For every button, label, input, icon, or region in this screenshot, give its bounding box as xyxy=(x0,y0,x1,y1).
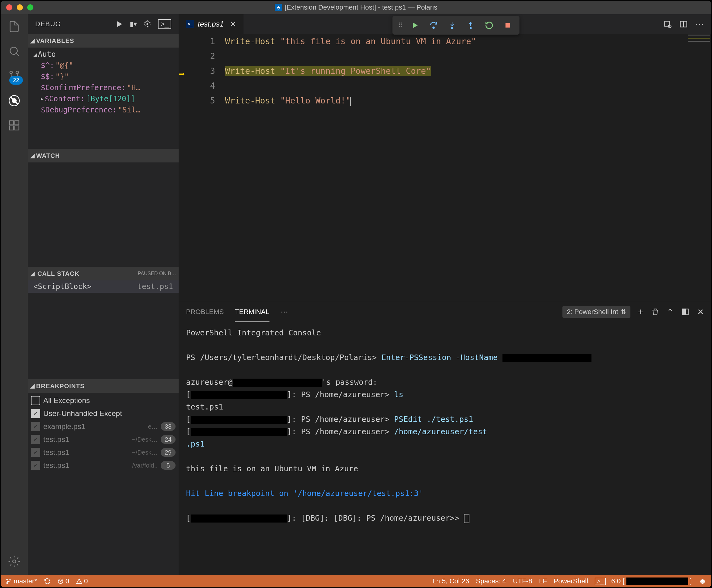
bottom-panel: PROBLEMS TERMINAL ⋯ 2: PowerShell Int⇅ +… xyxy=(179,302,711,575)
more-actions-icon[interactable]: ⋯ xyxy=(695,19,704,29)
tab-test-ps1[interactable]: >_ test.ps1 ✕ xyxy=(179,14,244,34)
step-into-button[interactable] xyxy=(444,18,460,33)
step-out-button[interactable] xyxy=(463,18,479,33)
window-title: ⬘ [Extension Development Host] - test.ps… xyxy=(275,3,437,12)
cursor-position[interactable]: Ln 5, Col 26 xyxy=(432,577,469,585)
errors-count[interactable]: 0 xyxy=(58,577,69,585)
language-mode[interactable]: PowerShell xyxy=(554,577,588,585)
settings-gear-icon[interactable] xyxy=(7,554,22,569)
svg-rect-9 xyxy=(15,126,19,130)
vscode-icon: ⬘ xyxy=(275,4,282,11)
variable-scope[interactable]: ◢Auto xyxy=(28,49,179,60)
svg-point-22 xyxy=(9,579,11,580)
checkbox[interactable] xyxy=(31,461,40,470)
restart-button[interactable] xyxy=(481,18,497,33)
toolbar-grip-icon[interactable]: ⠿ xyxy=(396,22,405,29)
svg-point-11 xyxy=(146,23,148,25)
variable-row[interactable]: ▶ $Content: [Byte[120]] xyxy=(28,93,179,104)
svg-rect-6 xyxy=(9,121,14,125)
svg-rect-16 xyxy=(683,309,686,315)
svg-rect-8 xyxy=(9,126,14,130)
svg-rect-20 xyxy=(506,23,510,28)
sync-button[interactable] xyxy=(44,578,51,585)
minimap[interactable] xyxy=(687,34,711,302)
indentation[interactable]: Spaces: 4 xyxy=(476,577,506,585)
sidebar-title: DEBUG xyxy=(35,20,61,28)
search-icon[interactable] xyxy=(7,44,22,59)
breakpoint-row[interactable]: test.ps1~/Desk…29 xyxy=(28,446,179,459)
extensions-icon[interactable] xyxy=(7,118,22,133)
split-editor-icon[interactable] xyxy=(679,20,688,28)
checkbox[interactable] xyxy=(31,409,40,418)
svg-point-10 xyxy=(13,560,16,563)
svg-point-19 xyxy=(470,27,471,29)
close-tab-icon[interactable]: ✕ xyxy=(230,20,236,28)
maximize-window-button[interactable] xyxy=(27,4,33,10)
svg-point-1 xyxy=(10,71,12,74)
debug-icon[interactable] xyxy=(7,93,22,108)
eol[interactable]: LF xyxy=(539,577,547,585)
activity-bar: 22 xyxy=(1,14,28,575)
encoding[interactable]: UTF-8 xyxy=(513,577,532,585)
panel-maximize-icon[interactable] xyxy=(681,308,690,316)
kill-terminal-icon[interactable] xyxy=(651,308,659,316)
svg-point-18 xyxy=(451,27,453,29)
explorer-icon[interactable] xyxy=(7,19,22,34)
powershell-file-icon: >_ xyxy=(186,20,194,28)
scm-badge: 22 xyxy=(9,76,23,85)
checkbox[interactable] xyxy=(31,396,40,405)
terminal-output[interactable]: PowerShell Integrated Console PS /Users/… xyxy=(179,322,711,575)
compare-changes-icon[interactable] xyxy=(663,20,672,28)
breakpoint-row[interactable]: test.ps1/var/fold..5 xyxy=(28,459,179,472)
debug-config-dropdown[interactable]: ▮▾ xyxy=(130,20,137,28)
feedback-icon[interactable]: ☻ xyxy=(699,577,707,586)
breakpoint-row[interactable]: example.ps1e…33 xyxy=(28,420,179,433)
checkbox[interactable] xyxy=(31,435,40,444)
variable-row[interactable]: $ConfirmPreference: "H… xyxy=(28,82,179,93)
variable-row[interactable]: $^: "@{" xyxy=(28,60,179,71)
powershell-version[interactable]: >_ 6.0 [] xyxy=(595,577,692,585)
terminal-selector[interactable]: 2: PowerShell Int⇅ xyxy=(563,306,630,318)
debug-toolbar: ⠿ xyxy=(392,16,520,35)
svg-point-5 xyxy=(12,99,16,103)
breakpoint-row[interactable]: All Exceptions xyxy=(28,394,179,407)
watch-header[interactable]: ◢WATCH xyxy=(28,149,179,163)
svg-rect-12 xyxy=(665,21,670,26)
tab-problems[interactable]: PROBLEMS xyxy=(186,306,224,318)
debug-console-icon[interactable]: >_ xyxy=(158,19,171,29)
minimize-window-button[interactable] xyxy=(17,4,23,10)
svg-point-21 xyxy=(6,579,7,580)
svg-point-17 xyxy=(433,27,434,28)
close-window-button[interactable] xyxy=(6,4,12,10)
new-terminal-icon[interactable]: + xyxy=(638,307,644,317)
variable-row[interactable]: $DebugPreference: "Sil… xyxy=(28,104,179,115)
svg-point-0 xyxy=(10,47,17,54)
checkbox[interactable] xyxy=(31,448,40,457)
svg-point-2 xyxy=(16,71,19,74)
panel-up-icon[interactable]: ⌃ xyxy=(667,307,674,317)
variables-header[interactable]: ◢VARIABLES xyxy=(28,34,179,47)
stop-button[interactable] xyxy=(500,18,516,33)
callstack-header[interactable]: ◢CALL STACKPAUSED ON B… xyxy=(28,267,179,280)
tab-terminal[interactable]: TERMINAL xyxy=(235,306,269,318)
breakpoints-header[interactable]: ◢BREAKPOINTS xyxy=(28,379,179,393)
code-editor[interactable]: ⮕ 12345 Write-Host "this file is on an U… xyxy=(179,34,711,302)
titlebar: ⬘ [Extension Development Host] - test.ps… xyxy=(1,1,711,14)
callstack-frame[interactable]: <ScriptBlock> test.ps1 xyxy=(28,280,179,293)
checkbox[interactable] xyxy=(31,422,40,431)
status-bar: master* 0 0 Ln 5, Col 26 Spaces: 4 UTF-8… xyxy=(1,575,711,587)
breakpoint-row[interactable]: User-Unhandled Except xyxy=(28,407,179,420)
svg-point-23 xyxy=(6,583,7,583)
continue-button[interactable] xyxy=(407,18,423,33)
panel-more-tabs-icon[interactable]: ⋯ xyxy=(281,308,288,316)
variable-row[interactable]: $$: "}" xyxy=(28,71,179,82)
panel-close-icon[interactable]: ✕ xyxy=(697,307,704,317)
start-debug-button[interactable] xyxy=(115,20,124,28)
step-over-button[interactable] xyxy=(426,18,442,33)
git-branch[interactable]: master* xyxy=(5,577,37,585)
svg-rect-7 xyxy=(15,121,19,125)
debug-settings-icon[interactable] xyxy=(143,20,152,28)
breakpoint-row[interactable]: test.ps1~/Desk…24 xyxy=(28,433,179,446)
warnings-count[interactable]: 0 xyxy=(76,577,88,585)
source-control-icon[interactable]: 22 xyxy=(7,68,22,83)
